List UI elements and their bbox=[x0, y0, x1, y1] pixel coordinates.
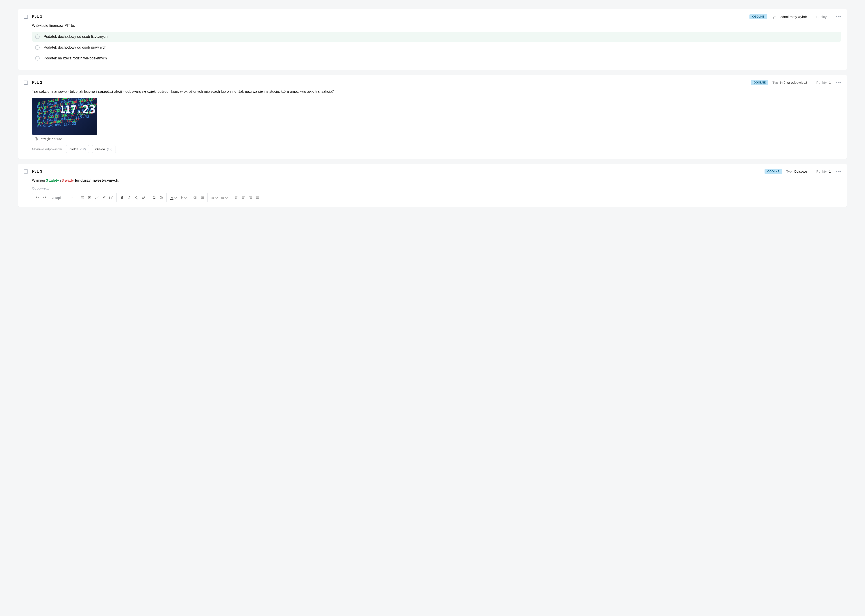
image-overlay-number: 117.23 bbox=[60, 103, 96, 116]
zoom-in-icon bbox=[35, 137, 38, 140]
type-label: Typ bbox=[771, 15, 777, 19]
option-text: Podatek dochodowy od osób prawnych bbox=[44, 46, 106, 50]
ordered-list-button[interactable] bbox=[210, 194, 219, 201]
answer-points: (1P) bbox=[80, 148, 86, 151]
chevron-down-icon bbox=[71, 196, 73, 198]
answer-points: (1P) bbox=[107, 148, 112, 151]
svg-point-7 bbox=[222, 198, 222, 198]
highlight-color-button[interactable] bbox=[178, 194, 188, 201]
italic-button[interactable]: I bbox=[126, 194, 132, 201]
select-checkbox[interactable] bbox=[24, 170, 28, 173]
type-value: Jednokrotny wybór bbox=[779, 15, 807, 19]
chevron-down-icon bbox=[215, 196, 218, 198]
answer-pill[interactable]: Giełda (1P) bbox=[92, 145, 116, 153]
question-card-1: Pyt. 1 OGÓLNE Typ Jednokrotny wybór Punk… bbox=[18, 9, 847, 70]
svg-point-1 bbox=[82, 197, 82, 198]
undo-button[interactable] bbox=[34, 194, 41, 201]
answer-option[interactable]: Podatek na rzecz rodzin wielodzietnych bbox=[32, 53, 841, 63]
answer-option[interactable]: Podatek dochodowy od osób prawnych bbox=[32, 42, 841, 52]
answer-option[interactable]: Podatek dochodowy od osób fizycznych bbox=[32, 32, 841, 42]
question-text: W świecie finansów PIT to: bbox=[32, 23, 841, 28]
select-checkbox[interactable] bbox=[24, 80, 28, 85]
bold-button[interactable]: B bbox=[118, 194, 125, 201]
question-image[interactable]: 117.23 bbox=[32, 98, 97, 135]
text-color-button[interactable]: A bbox=[169, 194, 178, 201]
question-number: Pyt. 3 bbox=[32, 169, 42, 174]
question-header: Pyt. 3 OGÓLNE Typ Opisowe Punkty 1 ••• bbox=[24, 169, 841, 174]
chevron-down-icon bbox=[225, 196, 228, 198]
question-card-3: Pyt. 3 OGÓLNE Typ Opisowe Punkty 1 ••• W… bbox=[18, 164, 847, 207]
points-value: 1 bbox=[829, 80, 831, 85]
question-card-2: Pyt. 2 OGÓLNE Typ Krótka odpowiedź Punkt… bbox=[18, 75, 847, 159]
type-value: Krótka odpowiedź bbox=[780, 80, 807, 85]
indent-increase-button[interactable] bbox=[199, 194, 206, 201]
radio-icon bbox=[35, 35, 39, 39]
superscript-button[interactable]: X2 bbox=[140, 194, 147, 201]
more-menu-button[interactable]: ••• bbox=[836, 169, 841, 174]
format-value: Akapit bbox=[52, 196, 62, 200]
possible-answers-label: Możliwe odpowiedzi bbox=[32, 147, 62, 151]
option-text: Podatek na rzecz rodzin wielodzietnych bbox=[44, 56, 107, 60]
insert-image-button[interactable] bbox=[79, 194, 86, 201]
paragraph-format-select[interactable]: Akapit bbox=[50, 196, 77, 200]
editor-toolbar: Akapit {ː} B I X2 X2 Ω bbox=[32, 193, 841, 202]
subscript-button[interactable]: X2 bbox=[133, 194, 140, 201]
question-text: Transakcje finansowe - takie jak kupno i… bbox=[32, 89, 841, 94]
question-header: Pyt. 1 OGÓLNE Typ Jednokrotny wybór Punk… bbox=[24, 14, 841, 19]
question-number: Pyt. 2 bbox=[32, 80, 42, 85]
question-text: Wymień 3 zalety i 3 wady funduszy inwest… bbox=[32, 178, 841, 184]
points-value: 1 bbox=[829, 15, 831, 19]
enlarge-label: Powiększ obraz bbox=[39, 137, 62, 141]
align-left-button[interactable] bbox=[233, 194, 239, 201]
align-right-button[interactable] bbox=[247, 194, 254, 201]
more-menu-button[interactable]: ••• bbox=[836, 14, 841, 19]
svg-rect-0 bbox=[81, 196, 84, 199]
type-label: Typ bbox=[786, 170, 792, 173]
question-body: W świecie finansów PIT to: Podatek docho… bbox=[24, 23, 841, 63]
svg-point-4 bbox=[161, 197, 161, 198]
points-label: Punkty bbox=[816, 170, 827, 173]
chevron-down-icon bbox=[174, 196, 177, 198]
question-body: Wymień 3 zalety i 3 wady funduszy inwest… bbox=[24, 178, 841, 207]
points-value: 1 bbox=[829, 170, 831, 173]
question-body: Transakcje finansowe - takie jak kupno i… bbox=[24, 89, 841, 153]
answer-section-label: Odpowiedź bbox=[32, 186, 841, 190]
possible-answers-row: Możliwe odpowiedzi giełda (1P) Giełda (1… bbox=[32, 145, 841, 153]
answer-text: giełda bbox=[69, 147, 79, 151]
radio-icon bbox=[35, 56, 39, 61]
option-text: Podatek dochodowy od osób fizycznych bbox=[44, 35, 108, 39]
category-badge: OGÓLNE bbox=[764, 169, 782, 174]
emoji-button[interactable] bbox=[158, 194, 165, 201]
indent-decrease-button[interactable] bbox=[192, 194, 199, 201]
unordered-list-button[interactable] bbox=[219, 194, 229, 201]
editor-textarea[interactable] bbox=[32, 202, 841, 207]
insert-link-button[interactable] bbox=[93, 194, 100, 201]
type-label: Typ bbox=[772, 80, 778, 85]
answer-text: Giełda bbox=[95, 147, 105, 151]
insert-code-button[interactable]: {ː} bbox=[108, 194, 115, 201]
chevron-down-icon bbox=[184, 196, 187, 198]
radio-icon bbox=[35, 45, 39, 50]
enlarge-image-button[interactable]: Powiększ obraz bbox=[35, 137, 841, 141]
insert-video-button[interactable] bbox=[86, 194, 93, 201]
points-label: Punkty bbox=[816, 15, 827, 19]
svg-point-3 bbox=[160, 196, 162, 199]
question-number: Pyt. 1 bbox=[32, 14, 42, 19]
type-value: Opisowe bbox=[794, 170, 807, 173]
answer-pill[interactable]: giełda (1P) bbox=[66, 145, 89, 153]
category-badge: OGÓLNE bbox=[751, 80, 769, 85]
category-badge: OGÓLNE bbox=[750, 14, 767, 19]
points-label: Punkty bbox=[816, 80, 827, 85]
align-justify-button[interactable] bbox=[254, 194, 261, 201]
select-checkbox[interactable] bbox=[24, 15, 28, 19]
question-header: Pyt. 2 OGÓLNE Typ Krótka odpowiedź Punkt… bbox=[24, 80, 841, 85]
redo-button[interactable] bbox=[41, 194, 48, 201]
align-center-button[interactable] bbox=[240, 194, 247, 201]
special-char-button[interactable]: Ω bbox=[151, 194, 158, 201]
insert-equation-button[interactable] bbox=[101, 194, 107, 201]
more-menu-button[interactable]: ••• bbox=[836, 80, 841, 85]
